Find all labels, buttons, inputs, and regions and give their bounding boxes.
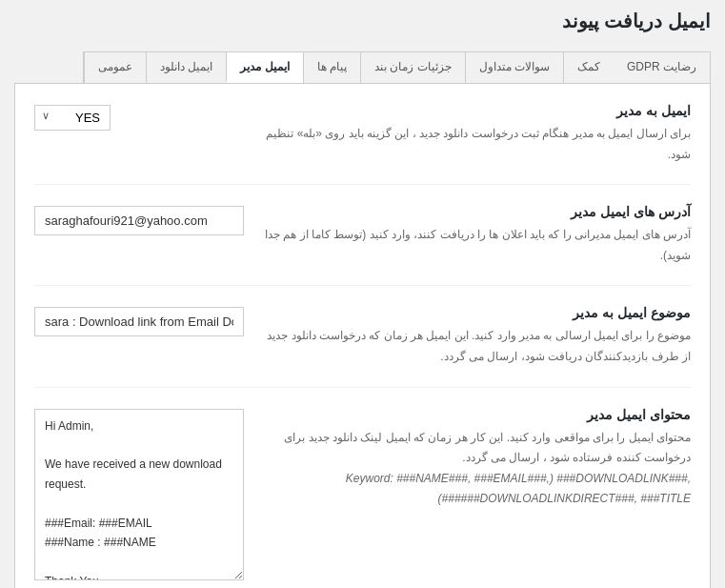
email-body-title: محتوای ایمیل مدیر	[263, 407, 691, 422]
admin-email-addresses-title: آدرس های ایمیل مدیر	[263, 204, 691, 219]
admin-email-toggle-control: YES NO	[34, 103, 244, 131]
admin-email-toggle-desc: ایمیل به مدیر برای ارسال ایمیل به مدیر ه…	[244, 103, 691, 165]
admin-email-addresses-desc: آدرس های ایمیل مدیر آدرس های ایمیل مدیرا…	[244, 204, 691, 266]
email-subject-control	[34, 305, 244, 336]
email-body-description: محتوای ایمیل را برای مواقعی وارد کنید. ا…	[263, 428, 691, 469]
email-subject-title: موضوع ایمیل به مدیر	[263, 305, 691, 320]
email-subject-desc: موضوع ایمیل به مدیر موضوع را برای ایمیل …	[244, 305, 691, 367]
admin-email-toggle-row: ایمیل به مدیر برای ارسال ایمیل به مدیر ه…	[34, 103, 691, 185]
admin-email-addresses-input[interactable]	[34, 206, 244, 235]
tab-download-email[interactable]: ایمیل دانلود	[146, 52, 226, 83]
tab-help[interactable]: کمک	[563, 52, 614, 83]
email-body-desc: محتوای ایمیل مدیر محتوای ایمیل را برای م…	[244, 407, 691, 510]
email-subject-input[interactable]	[34, 307, 244, 336]
admin-email-toggle-description: برای ارسال ایمیل به مدیر هنگام ثبت درخوا…	[263, 124, 691, 165]
tab-messages[interactable]: پیام ها	[303, 52, 360, 83]
tab-limited-time[interactable]: جزئیات زمان بند	[360, 52, 465, 83]
admin-email-addresses-control	[34, 204, 244, 235]
email-subject-row: موضوع ایمیل به مدیر موضوع را برای ایمیل …	[34, 305, 691, 387]
admin-email-addresses-row: آدرس های ایمیل مدیر آدرس های ایمیل مدیرا…	[34, 204, 691, 286]
email-body-control: Hi Admin, We have received a new downloa…	[34, 407, 244, 580]
tab-faq[interactable]: سوالات متداول	[465, 52, 563, 83]
tab-general[interactable]: عمومی	[84, 52, 146, 83]
email-body-keywords: Keyword: ###NAME###, ###EMAIL###,) ###DO…	[263, 469, 691, 510]
admin-email-toggle-title: ایمیل به مدیر	[263, 103, 691, 118]
yes-no-select-wrapper: YES NO	[34, 105, 111, 131]
content-box: ایمیل به مدیر برای ارسال ایمیل به مدیر ه…	[14, 83, 711, 588]
tabs-bar: عمومی ایمیل دانلود ایمیل مدیر پیام ها جز…	[83, 51, 711, 83]
email-body-row: محتوای ایمیل مدیر محتوای ایمیل را برای م…	[34, 407, 691, 588]
page-title: ایمیل دریافت پیوند	[14, 10, 711, 40]
tab-admin-email[interactable]: ایمیل مدیر	[226, 52, 302, 83]
yes-no-select[interactable]: YES NO	[34, 105, 111, 131]
admin-email-addresses-description: آدرس های ایمیل مدیرانی را که باید اعلان …	[263, 225, 691, 266]
email-subject-description: موضوع را برای ایمیل ارسالی به مدیر وارد …	[263, 326, 691, 367]
page-wrapper: ایمیل دریافت پیوند عمومی ایمیل دانلود ای…	[0, 0, 725, 588]
tab-gdpr[interactable]: رضایت GDPR	[614, 52, 710, 83]
email-body-textarea[interactable]: Hi Admin, We have received a new downloa…	[34, 409, 244, 580]
